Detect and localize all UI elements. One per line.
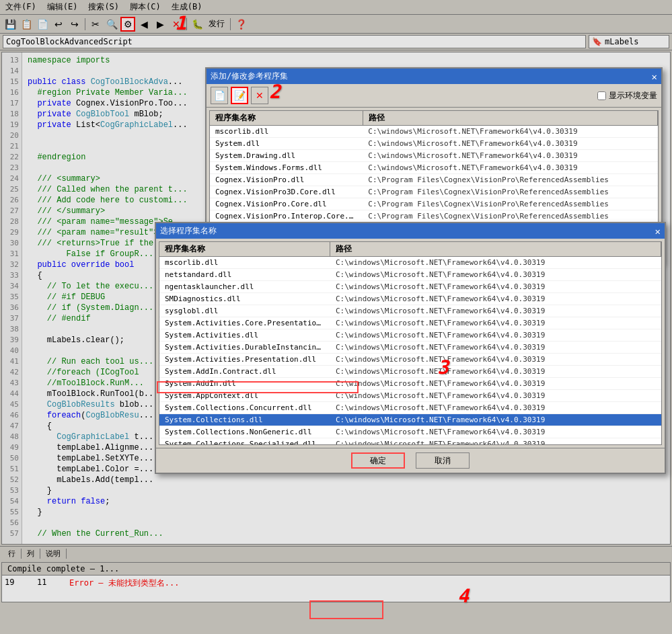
dialog-select-assembly: 选择程序集名称 ✕ 程序集名称 路径 mscorlib.dllC:\window… bbox=[155, 222, 666, 474]
dialog1-edit-button[interactable]: 📝 bbox=[231, 87, 248, 104]
dialog1-title: 添加/修改参考程序集 bbox=[211, 71, 288, 82]
dialog2-ok-button[interactable]: 确定 bbox=[351, 452, 405, 469]
dialog2-col-path: 路径 bbox=[330, 242, 661, 256]
dialog2-list-row[interactable]: mscorlib.dllC:\windows\Microsoft.NET\Fra… bbox=[159, 257, 661, 269]
dialog1-checkbox-area: 显示环境变量 bbox=[597, 90, 657, 102]
dialog2-list-row[interactable]: System.Activities.Presentation.dllC:\win… bbox=[159, 354, 661, 366]
dialog2-close-button[interactable]: ✕ bbox=[655, 226, 661, 237]
dialog1-list-row[interactable]: mscorlib.dllC:\windows\Microsoft.NET\Fra… bbox=[210, 126, 658, 138]
dialog1-list-row[interactable]: Cognex.VisionPro.Interop.Core....C:\Prog… bbox=[210, 210, 658, 223]
dialog1-list-row[interactable]: Cognex.VisionPro3D.Core.dllC:\Program Fi… bbox=[210, 186, 658, 198]
dialog2-list-row[interactable]: System.Collections.Specialized.dllC:\win… bbox=[159, 438, 661, 445]
dialog1-add-button[interactable]: 📄 bbox=[211, 87, 228, 104]
show-env-checkbox[interactable] bbox=[597, 91, 606, 100]
dialog2-list-row[interactable]: ngentasklauncher.dllC:\windows\Microsoft… bbox=[159, 281, 661, 293]
dialog2-list-row[interactable]: System.Activities.Core.Presentation.dllC… bbox=[159, 317, 661, 329]
dialog2-footer: 确定 取消 bbox=[156, 448, 665, 473]
dialog2-list-row[interactable]: System.Collections.dllC:\windows\Microso… bbox=[159, 414, 661, 426]
dialog2-list-row[interactable]: System.AppContext.dllC:\windows\Microsof… bbox=[159, 390, 661, 402]
dialog2-list-header: 程序集名称 路径 bbox=[159, 241, 662, 257]
dialog1-col-path: 路径 bbox=[363, 111, 658, 125]
dialog2-list-row[interactable]: System.AddIn.dllC:\windows\Microsoft.NET… bbox=[159, 378, 661, 390]
dialog1-list-header: 程序集名称 路径 bbox=[209, 110, 659, 126]
dialog2-list[interactable]: mscorlib.dllC:\windows\Microsoft.NET\Fra… bbox=[159, 257, 662, 445]
dialog2-col-name: 程序集名称 bbox=[159, 242, 330, 256]
dialog1-list-row[interactable]: System.Drawing.dllC:\windows\Microsoft.N… bbox=[210, 150, 658, 162]
dialog2-list-row[interactable]: SMDiagnostics.dllC:\windows\Microsoft.NE… bbox=[159, 293, 661, 305]
dialog2-list-row[interactable]: System.AddIn.Contract.dllC:\windows\Micr… bbox=[159, 366, 661, 378]
dialog1-toolbar: 📄 📝 ✕ 显示环境变量 bbox=[207, 84, 661, 108]
dialog2-list-area: 程序集名称 路径 mscorlib.dllC:\windows\Microsof… bbox=[156, 239, 665, 448]
dialog2-title: 选择程序集名称 bbox=[160, 225, 217, 237]
dialog1-list-row[interactable]: Cognex.VisionPro.Core.dllC:\Program File… bbox=[210, 198, 658, 210]
dialog1-remove-button[interactable]: ✕ bbox=[251, 87, 268, 104]
dialog2-list-row[interactable]: System.Activities.dllC:\windows\Microsof… bbox=[159, 329, 661, 342]
dialog2-list-row[interactable]: System.Collections.Concurrent.dllC:\wind… bbox=[159, 402, 661, 414]
dialog2-list-row[interactable]: sysglobl.dllC:\windows\Microsoft.NET\Fra… bbox=[159, 305, 661, 317]
dialog2-titlebar: 选择程序集名称 ✕ bbox=[156, 223, 665, 239]
dialog1-close-button[interactable]: ✕ bbox=[652, 71, 657, 82]
dialog2-list-row[interactable]: System.Activities.DurableInstancing.dllC… bbox=[159, 342, 661, 354]
dialog1-col-name: 程序集名称 bbox=[210, 111, 363, 125]
dialog1-list-row[interactable]: System.Windows.Forms.dllC:\windows\Micro… bbox=[210, 162, 658, 174]
dialog2-list-row[interactable]: System.Collections.NonGeneric.dllC:\wind… bbox=[159, 426, 661, 438]
dialog1-list-row[interactable]: System.dllC:\windows\Microsoft.NET\Frame… bbox=[210, 138, 658, 150]
show-env-label: 显示环境变量 bbox=[609, 90, 657, 102]
dialog1-list-row[interactable]: Cognex.VisionPro.dllC:\Program Files\Cog… bbox=[210, 174, 658, 186]
dialog2-cancel-button[interactable]: 取消 bbox=[416, 452, 470, 469]
dialog2-list-row[interactable]: netstandard.dllC:\windows\Microsoft.NET\… bbox=[159, 269, 661, 281]
dialog1-titlebar: 添加/修改参考程序集 ✕ bbox=[207, 69, 661, 84]
